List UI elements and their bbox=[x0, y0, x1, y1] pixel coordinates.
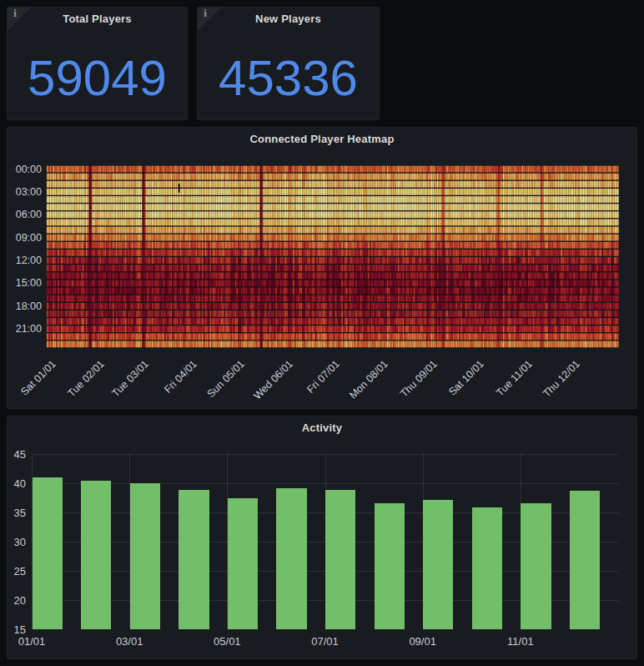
heatmap-x-tick-label: Mon 08/01 bbox=[348, 358, 391, 401]
stat-panel-new-players: i New Players 45336 bbox=[197, 7, 380, 120]
stat-value-new-players: 45336 bbox=[198, 44, 379, 111]
heatmap-y-tick-label: 09:00 bbox=[8, 232, 42, 244]
heatmap-y-tick-label: 18:00 bbox=[8, 300, 42, 312]
activity-y-tick-label: 45 bbox=[8, 448, 26, 461]
activity-bar bbox=[570, 491, 600, 629]
heatmap-y-tick-label: 21:00 bbox=[8, 323, 42, 335]
heatmap-x-tick-label: Sat 01/01 bbox=[18, 358, 58, 398]
panel-title-heatmap[interactable]: Connected Player Heatmap bbox=[8, 133, 636, 145]
activity-bar bbox=[179, 490, 209, 629]
stat-value-total-players: 59049 bbox=[8, 44, 187, 111]
activity-bar bbox=[472, 507, 502, 629]
activity-bar bbox=[521, 503, 551, 629]
heatmap-x-tick-label: Wed 06/01 bbox=[251, 358, 294, 401]
activity-x-tick-label: 09/01 bbox=[409, 635, 436, 648]
activity-y-tick-label: 35 bbox=[8, 507, 26, 519]
activity-plot-area[interactable]: 1520253035404501/0103/0105/0107/0109/011… bbox=[8, 416, 636, 658]
grafana-dashboard: i Total Players 59049 i New Players 4533… bbox=[0, 0, 644, 666]
activity-bar bbox=[325, 490, 355, 629]
activity-bar bbox=[228, 498, 258, 629]
heatmap-x-tick-label: Sat 10/01 bbox=[446, 358, 486, 398]
heatmap-panel: Connected Player Heatmap 00:0003:0006:00… bbox=[7, 127, 637, 409]
activity-bar bbox=[375, 503, 405, 629]
activity-bar bbox=[81, 481, 111, 629]
activity-y-tick-label: 30 bbox=[8, 536, 26, 548]
activity-bar bbox=[276, 488, 306, 629]
activity-x-tick-label: 03/01 bbox=[116, 635, 143, 648]
activity-x-tick-label: 05/01 bbox=[214, 635, 241, 648]
activity-bar bbox=[423, 500, 453, 629]
activity-y-tick-label: 40 bbox=[8, 477, 26, 490]
heatmap-y-tick-label: 03:00 bbox=[8, 186, 42, 198]
activity-x-tick-label: 01/01 bbox=[18, 635, 46, 648]
activity-bar bbox=[130, 483, 160, 629]
heatmap-x-tick-label: Fri 07/01 bbox=[304, 358, 342, 396]
activity-bar bbox=[33, 477, 63, 629]
activity-x-tick-label: 07/01 bbox=[311, 635, 339, 648]
panel-title-new-players[interactable]: New Players bbox=[198, 13, 379, 25]
activity-y-tick-label: 25 bbox=[8, 565, 26, 578]
stat-panel-total-players: i Total Players 59049 bbox=[7, 7, 188, 120]
heatmap-x-tick-label: Tue 02/01 bbox=[66, 358, 107, 399]
activity-x-tick-label: 11/01 bbox=[507, 635, 534, 648]
heatmap-plot-area[interactable] bbox=[47, 165, 619, 348]
heatmap-y-tick-label: 00:00 bbox=[8, 164, 42, 175]
panel-title-total-players[interactable]: Total Players bbox=[8, 13, 187, 25]
heatmap-x-tick-label: Tue 11/01 bbox=[495, 358, 536, 399]
heatmap-x-tick-label: Thu 09/01 bbox=[398, 358, 440, 400]
heatmap-x-tick-label: Thu 12/01 bbox=[541, 358, 582, 400]
activity-y-tick-label: 20 bbox=[8, 594, 26, 607]
heatmap-y-tick-label: 12:00 bbox=[8, 255, 42, 266]
heatmap-y-tick-label: 06:00 bbox=[8, 209, 42, 220]
heatmap-y-tick-label: 15:00 bbox=[8, 277, 42, 289]
heatmap-x-tick-label: Fri 04/01 bbox=[162, 358, 199, 396]
activity-panel: Activity 1520253035404501/0103/0105/0107… bbox=[7, 416, 637, 659]
heatmap-x-tick-label: Tue 03/01 bbox=[109, 358, 150, 399]
activity-y-tick-label: 15 bbox=[8, 623, 26, 636]
heatmap-x-tick-label: Sun 05/01 bbox=[204, 358, 246, 400]
